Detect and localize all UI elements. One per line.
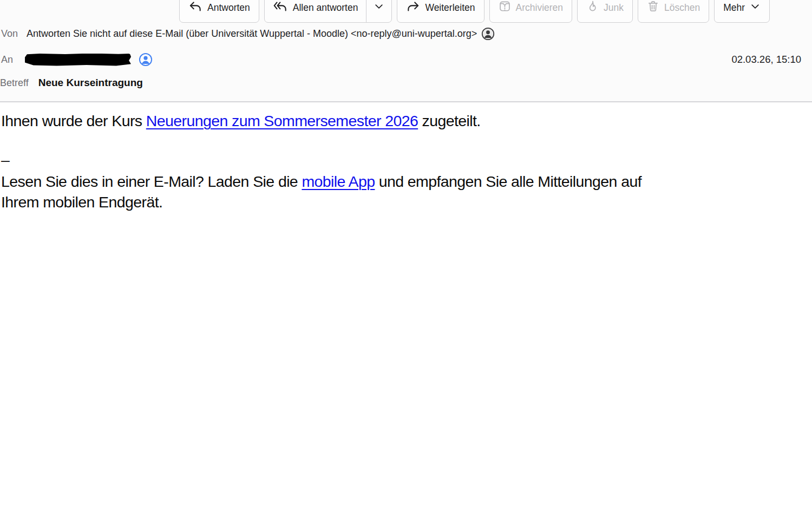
email-viewer-window: Antworten Allen antworten — [0, 0, 812, 516]
message-date: 02.03.26, 15:10 — [731, 54, 801, 66]
junk-label: Junk — [604, 2, 624, 14]
forward-button[interactable]: Weiterleiten — [397, 0, 484, 23]
delete-label: Löschen — [664, 2, 700, 14]
subject-label: Betreff — [0, 77, 29, 89]
reply-all-icon — [273, 1, 288, 15]
body-text: Ihnen wurde der Kurs — [1, 112, 146, 129]
redacted-recipient — [25, 54, 131, 66]
recipient-contact-icon[interactable] — [139, 53, 153, 67]
from-value-wrap: Antworten Sie nicht auf diese E-Mail (üb… — [27, 27, 495, 41]
from-label: Von — [1, 28, 18, 40]
mobile-app-link[interactable]: mobile App — [302, 173, 375, 190]
signature-separator: – — [1, 151, 10, 169]
message-toolbar: Antworten Allen antworten — [179, 0, 770, 23]
trash-icon — [647, 0, 659, 15]
message-header: Antworten Allen antworten — [0, 0, 812, 102]
from-row: Von Antworten Sie nicht auf diese E-Mail… — [1, 27, 495, 41]
reply-label: Antworten — [207, 2, 250, 14]
delete-button[interactable]: Löschen — [638, 0, 709, 23]
more-button[interactable]: Mehr — [714, 0, 770, 23]
archive-label: Archivieren — [516, 2, 564, 14]
body-line-1: Ihnen wurde der Kurs Neuerungen zum Somm… — [1, 112, 481, 130]
more-label: Mehr — [723, 2, 745, 14]
reply-all-button[interactable]: Allen antworten — [265, 0, 366, 22]
reply-all-label: Allen antworten — [293, 2, 358, 14]
course-link[interactable]: Neuerungen zum Sommersemester 2026 — [146, 112, 418, 129]
archive-button[interactable]: Archivieren — [489, 0, 573, 23]
archive-icon — [499, 0, 511, 15]
body-text: zugeteilt. — [418, 112, 480, 129]
chevron-down-icon — [750, 1, 761, 15]
chevron-down-icon — [374, 1, 384, 14]
to-row: An — [1, 53, 153, 67]
subject-row: Betreff Neue Kurseintragung — [0, 77, 143, 89]
junk-button[interactable]: Junk — [577, 0, 633, 23]
body-text: Lesen Sie dies in einer E-Mail? Laden Si… — [1, 173, 302, 190]
reply-all-dropdown-button[interactable] — [366, 0, 391, 22]
from-address: Antworten Sie nicht auf diese E-Mail (üb… — [27, 28, 477, 40]
junk-flame-icon — [586, 0, 599, 15]
body-text: Ihrem mobilen Endgerät. — [1, 193, 162, 211]
to-label: An — [1, 54, 13, 66]
body-footer: Lesen Sie dies in einer E-Mail? Laden Si… — [1, 172, 770, 212]
reply-all-split-button: Allen antworten — [264, 0, 392, 23]
subject-value: Neue Kurseintragung — [38, 77, 143, 89]
forward-icon — [406, 1, 420, 15]
reply-button[interactable]: Antworten — [179, 0, 259, 23]
contact-card-icon[interactable] — [481, 27, 495, 41]
forward-label: Weiterleiten — [425, 2, 475, 14]
reply-icon — [188, 1, 202, 15]
body-text: und empfangen Sie alle Mitteilungen auf — [375, 173, 641, 190]
